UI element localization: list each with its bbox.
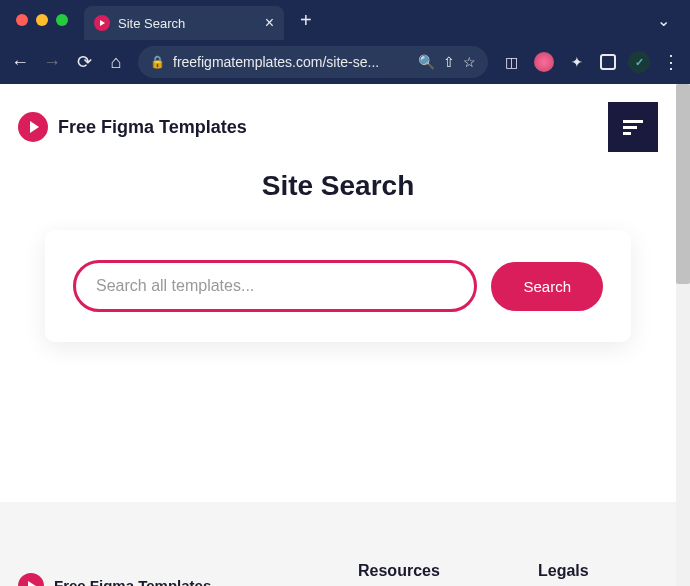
window-maximize-button[interactable] (56, 14, 68, 26)
new-tab-button[interactable]: + (292, 9, 320, 32)
scrollbar-thumb[interactable] (676, 84, 690, 284)
page-title: Site Search (0, 170, 676, 202)
extension-circle-icon[interactable] (534, 52, 554, 72)
extension-sidebar-icon[interactable] (600, 54, 616, 70)
search-button[interactable]: Search (491, 262, 603, 311)
browser-chrome: Site Search × + ⌄ ← → ⟳ ⌂ 🔒 freefigmatem… (0, 0, 690, 84)
url-text: freefigmatemplates.com/site-se... (173, 54, 410, 70)
window-close-button[interactable] (16, 14, 28, 26)
tab-title: Site Search (118, 16, 257, 31)
extensions-puzzle-icon[interactable]: ✦ (566, 51, 588, 73)
svg-rect-1 (623, 126, 637, 129)
footer-logo-play-icon (18, 573, 44, 587)
tab-close-button[interactable]: × (265, 14, 274, 32)
logo-area[interactable]: Free Figma Templates (18, 112, 247, 142)
tabs-dropdown-button[interactable]: ⌄ (645, 11, 682, 30)
profile-avatar-icon[interactable]: ✓ (628, 51, 650, 73)
site-header: Free Figma Templates (0, 84, 676, 152)
share-icon[interactable]: ⇧ (443, 54, 455, 70)
logo-play-icon (18, 112, 48, 142)
footer-column-resources: Resources Medium (358, 562, 478, 586)
lock-icon: 🔒 (150, 55, 165, 69)
footer-logo-text: Free Figma Templates (54, 577, 211, 586)
tab-favicon-icon (94, 15, 110, 31)
window-minimize-button[interactable] (36, 14, 48, 26)
hamburger-menu-button[interactable] (608, 102, 658, 152)
footer-logo-area[interactable]: Free Figma Templates (18, 562, 298, 586)
page-viewport: Free Figma Templates Site Search Search (0, 84, 690, 586)
back-button[interactable]: ← (10, 52, 30, 73)
logo-text: Free Figma Templates (58, 117, 247, 138)
browser-toolbar: ← → ⟳ ⌂ 🔒 freefigmatemplates.com/site-se… (0, 40, 690, 84)
extension-copy-icon[interactable]: ◫ (500, 51, 522, 73)
tab-bar: Site Search × + ⌄ (0, 0, 690, 40)
zoom-icon[interactable]: 🔍 (418, 54, 435, 70)
hamburger-icon (621, 115, 645, 139)
search-input[interactable] (73, 260, 477, 312)
svg-rect-2 (623, 132, 631, 135)
home-button[interactable]: ⌂ (106, 52, 126, 73)
svg-rect-0 (623, 120, 643, 123)
address-bar[interactable]: 🔒 freefigmatemplates.com/site-se... 🔍 ⇧ … (138, 46, 488, 78)
reload-button[interactable]: ⟳ (74, 51, 94, 73)
forward-button[interactable]: → (42, 52, 62, 73)
browser-tab[interactable]: Site Search × (84, 6, 284, 40)
scrollbar[interactable] (676, 84, 690, 586)
bookmark-star-icon[interactable]: ☆ (463, 54, 476, 70)
footer: Free Figma Templates Resources Medium Le… (0, 502, 676, 586)
footer-column-legals: Legals Contact Us (538, 562, 658, 586)
window-controls (8, 14, 76, 26)
browser-menu-button[interactable]: ⋮ (662, 51, 680, 73)
footer-column-title: Resources (358, 562, 478, 580)
search-card: Search (45, 230, 631, 342)
search-input-wrap (73, 260, 477, 312)
footer-column-title: Legals (538, 562, 658, 580)
